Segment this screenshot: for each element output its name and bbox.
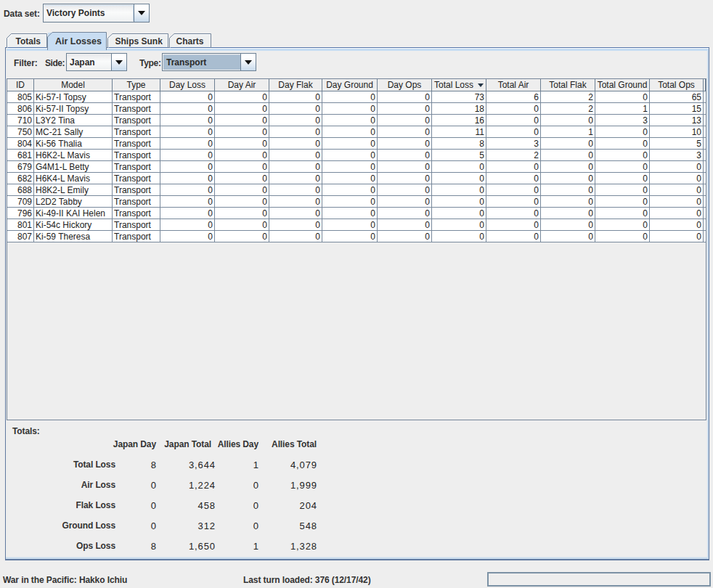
svg-text:Charts: Charts [176,36,204,46]
svg-text:Totals: Totals [16,36,41,46]
svg-text:Ships Sunk: Ships Sunk [115,36,163,46]
svg-text:Air Losses: Air Losses [55,36,102,46]
